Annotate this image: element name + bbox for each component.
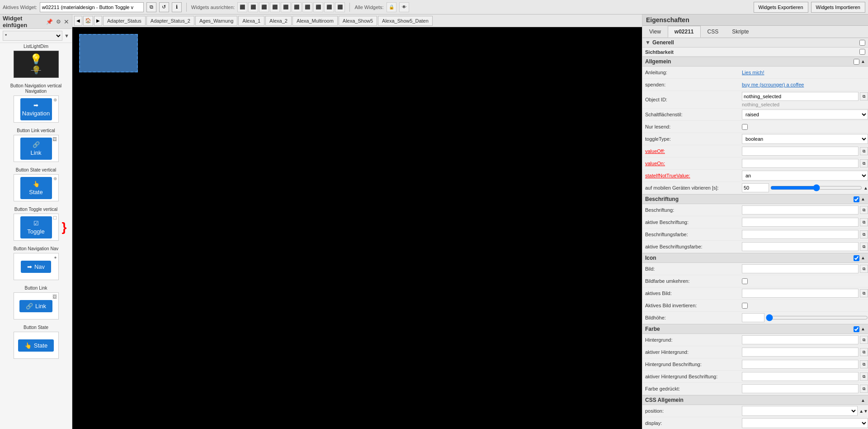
bildfarbe-umkehren-checkbox[interactable]	[742, 278, 748, 284]
aktive-beschriftung-copy-btn[interactable]: ⧉	[860, 218, 868, 226]
settings-icon[interactable]: ⚙	[55, 18, 62, 25]
bild-input[interactable]	[742, 264, 859, 273]
same-width-btn[interactable]: ⬛	[324, 2, 334, 12]
aktive-beschriftungsfarbe-input[interactable]	[742, 242, 859, 251]
vibrate-input[interactable]	[742, 183, 769, 192]
tab-adapter-status-2[interactable]: Adapter_Status_2	[146, 16, 194, 26]
aktive-beschriftung-input[interactable]	[742, 218, 859, 227]
distribute-v-btn[interactable]: ⬛	[313, 2, 323, 12]
pin-icon[interactable]: 📌	[46, 18, 53, 25]
beschriftung-check[interactable]	[854, 196, 859, 202]
nur-lesend-checkbox[interactable]	[742, 124, 748, 130]
generell-check[interactable]	[859, 40, 865, 46]
tab-alexa-multiroom[interactable]: Alexa_Multiroom	[292, 16, 338, 26]
position-stepper-icon[interactable]: ▲▼	[859, 409, 868, 414]
allgemein-collapse-icon[interactable]: ▲	[861, 59, 865, 65]
hintergrund-beschriftung-input[interactable]	[742, 360, 859, 369]
tab-alexa-1[interactable]: Alexa_1	[238, 16, 264, 26]
beschriftung-copy-btn[interactable]: ⧉	[860, 206, 868, 214]
undo-btn[interactable]: ↺	[159, 2, 169, 12]
rpanel-tab-css[interactable]: CSS	[701, 26, 726, 38]
copy-widget-btn[interactable]: ⧉	[146, 2, 156, 12]
value-on-copy-btn[interactable]: ⧉	[860, 159, 868, 167]
tab-ages-warnung[interactable]: Ages_Warnung	[195, 16, 237, 26]
bild-copy-btn[interactable]: ⧉	[860, 265, 868, 273]
sichtbarkeit-check[interactable]	[859, 49, 865, 55]
object-id-copy-btn[interactable]: ⧉	[860, 92, 868, 100]
aktives-bild-invertieren-checkbox[interactable]	[742, 303, 748, 309]
lock-btn[interactable]: 🔒	[387, 2, 396, 12]
align-right-btn[interactable]: ⬛	[259, 2, 269, 12]
rpanel-tab-view[interactable]: View	[642, 26, 668, 38]
farbe-check[interactable]	[854, 326, 859, 332]
home-btn[interactable]: 🏠	[83, 16, 93, 26]
tab-alexa-2[interactable]: Alexa_2	[265, 16, 292, 26]
css-allgemein-collapse-icon[interactable]: ▲	[861, 398, 865, 403]
anleitung-link[interactable]: Lies mich!	[742, 70, 764, 75]
beschriftung-section-header[interactable]: Beschriftung ▲	[642, 194, 868, 204]
aktives-bild-copy-btn[interactable]: ⧉	[860, 289, 868, 297]
tab-alexa-show5[interactable]: Alexa_Show5	[339, 16, 377, 26]
eye-btn[interactable]: 👁	[399, 2, 409, 12]
allgemein-check[interactable]	[854, 59, 859, 65]
icon-check[interactable]	[854, 255, 859, 261]
hintergrund-input[interactable]	[742, 335, 859, 344]
farbe-gedrueckt-input[interactable]	[742, 384, 859, 393]
align-bottom-btn[interactable]: ⬛	[292, 2, 302, 12]
spenden-link[interactable]: buy me (scrounger) a coffee	[742, 82, 804, 87]
farbe-section-header[interactable]: Farbe ▲	[642, 324, 868, 334]
bildhoehe-slider[interactable]	[766, 315, 868, 321]
info-btn[interactable]: ℹ	[172, 2, 182, 12]
widget-filter-select[interactable]: *	[3, 31, 62, 41]
farbe-collapse-icon[interactable]: ▲	[861, 326, 865, 332]
align-left-btn[interactable]: ⬛	[237, 2, 247, 12]
state-if-not-true-select[interactable]: an aus	[742, 171, 868, 181]
allgemein-section-header[interactable]: Allgemein ▲	[642, 57, 868, 67]
value-off-copy-btn[interactable]: ⧉	[860, 147, 868, 155]
css-allgemein-section-header[interactable]: CSS Allgemein ▲	[642, 395, 868, 405]
value-off-input[interactable]	[742, 147, 859, 156]
align-top-btn[interactable]: ⬛	[270, 2, 280, 12]
same-height-btn[interactable]: ⬛	[335, 2, 345, 12]
aktives-bild-input[interactable]	[742, 289, 859, 298]
filter-arrow[interactable]: ▼	[64, 33, 69, 38]
hintergrund-copy-btn[interactable]: ⧉	[860, 336, 868, 344]
tab-left-arrow[interactable]: ◀	[74, 16, 82, 26]
toggle-type-select[interactable]: boolean value	[742, 134, 868, 144]
close-btn[interactable]: ✕	[64, 18, 69, 25]
display-select[interactable]: block flex none	[742, 418, 868, 428]
canvas-area[interactable]	[72, 27, 642, 429]
aktive-beschriftungsfarbe-copy-btn[interactable]: ⧉	[860, 243, 868, 251]
value-on-input[interactable]	[742, 159, 859, 168]
position-select[interactable]: absolute relative	[742, 406, 858, 416]
beschriftung-input[interactable]	[742, 205, 859, 214]
farbe-gedrueckt-copy-btn[interactable]: ⧉	[860, 385, 868, 393]
beschriftung-collapse-icon[interactable]: ▲	[861, 196, 865, 202]
list-item-btn-toggle-vertical[interactable]: Button Toggle vertical ☑ Toggle ☐ }	[0, 206, 72, 242]
tab-adapter-status[interactable]: Adapter_Status	[103, 16, 146, 26]
align-center-v-btn[interactable]: ⬛	[281, 2, 291, 12]
aktiver-hintergrund-copy-btn[interactable]: ⧉	[860, 348, 868, 356]
object-id-input[interactable]	[742, 92, 859, 101]
bildhoehe-input[interactable]	[742, 313, 764, 322]
distribute-h-btn[interactable]: ⬛	[302, 2, 312, 12]
rpanel-tab-skripte[interactable]: Skripte	[725, 26, 755, 38]
align-center-h-btn[interactable]: ⬛	[248, 2, 258, 12]
beschriftungsfarbe-input[interactable]	[742, 230, 859, 239]
selected-widget-box[interactable]	[79, 34, 138, 72]
list-item-btn-state[interactable]: Button State 👆 State	[0, 324, 72, 360]
icon-collapse-icon[interactable]: ▲	[861, 255, 865, 261]
tab-right-arrow[interactable]: ▶	[94, 16, 102, 26]
list-item-btn-link[interactable]: Button Link 🔗 Link 🖼	[0, 285, 72, 320]
aktiver-hintergrund-input[interactable]	[742, 348, 859, 357]
beschriftungsfarbe-copy-btn[interactable]: ⧉	[860, 230, 868, 238]
export-btn[interactable]: Widgets Exportieren	[754, 2, 808, 13]
aktiver-hintergrund-beschriftung-copy-btn[interactable]: ⧉	[860, 372, 868, 381]
list-item-btn-state-vertical[interactable]: Button State vertical 👆 State ⊕	[0, 167, 72, 202]
schaltflaeche-select[interactable]: raised flat outlined	[742, 110, 868, 119]
vibrate-stepper-up[interactable]: ▲	[863, 186, 868, 191]
import-btn[interactable]: Widgets Importieren	[811, 2, 865, 13]
widget-id-input[interactable]	[40, 2, 144, 12]
icon-section-header[interactable]: Icon ▲	[642, 253, 868, 263]
list-item-btn-nav[interactable]: Button Navigation Nav ➡ Nav ●	[0, 245, 72, 281]
